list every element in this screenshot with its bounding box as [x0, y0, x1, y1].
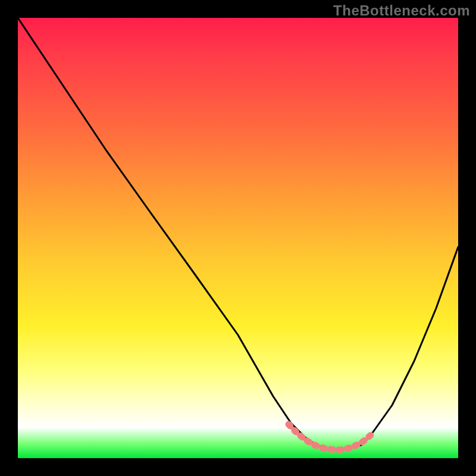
chart-frame: TheBottleneck.com [0, 0, 476, 476]
plot-area [18, 18, 458, 458]
watermark-text: TheBottleneck.com [333, 2, 470, 19]
curve-layer [18, 18, 458, 458]
bottleneck-curve-path [18, 18, 458, 449]
